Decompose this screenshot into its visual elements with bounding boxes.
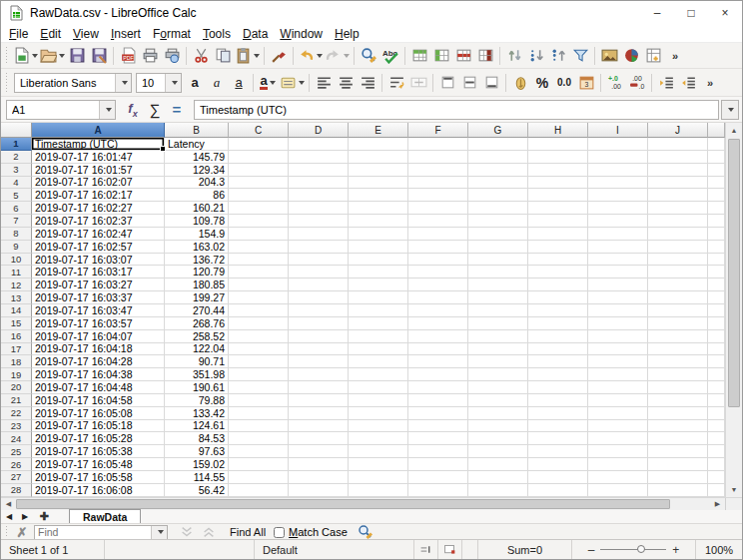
row-header-17[interactable]: 17 — [1, 343, 32, 356]
cell-D8[interactable] — [289, 228, 349, 241]
cell-A4[interactable]: 2019-07-17 16:02:07 — [32, 177, 165, 190]
name-box-dropdown-icon[interactable] — [99, 101, 115, 119]
cell-E27[interactable] — [349, 471, 408, 484]
close-icon[interactable]: × — [708, 1, 742, 25]
add-sheet-icon[interactable]: ✚ — [33, 510, 55, 523]
cell-G16[interactable] — [468, 330, 528, 343]
cell-F12[interactable] — [408, 279, 468, 291]
match-case-checkbox[interactable] — [274, 527, 285, 538]
cell-H13[interactable] — [528, 291, 588, 304]
find-and-replace-icon[interactable] — [358, 524, 373, 540]
cell-F4[interactable] — [408, 177, 468, 190]
cell-E16[interactable] — [349, 330, 408, 343]
cell-G13[interactable] — [468, 291, 528, 304]
insert-column-icon[interactable] — [430, 45, 452, 67]
cell-D15[interactable] — [289, 317, 349, 330]
cell-H7[interactable] — [528, 215, 588, 228]
row-header-22[interactable]: 22 — [1, 407, 32, 420]
cell-D5[interactable] — [289, 189, 349, 202]
cell-A9[interactable]: 2019-07-17 16:02:57 — [32, 241, 165, 254]
menu-help[interactable]: Help — [329, 26, 366, 42]
cell-A17[interactable]: 2019-07-17 16:04:18 — [32, 343, 165, 356]
cell-J9[interactable] — [648, 241, 708, 254]
cell-E1[interactable] — [349, 138, 408, 151]
cell-E11[interactable] — [349, 266, 408, 279]
next-sheet-icon[interactable]: ▶ — [17, 510, 33, 523]
cell-J19[interactable] — [648, 368, 708, 381]
menu-edit[interactable]: Edit — [34, 26, 67, 42]
select-all-corner[interactable] — [1, 123, 32, 138]
save-as-icon[interactable] — [88, 45, 110, 67]
align-top-icon[interactable] — [436, 72, 458, 94]
cell-B2[interactable]: 145.79 — [165, 151, 229, 164]
cell-A3[interactable]: 2019-07-17 16:01:57 — [32, 164, 165, 177]
menu-tools[interactable]: Tools — [197, 26, 237, 42]
row-header-16[interactable]: 16 — [1, 330, 32, 343]
row-header-8[interactable]: 8 — [1, 228, 32, 241]
zoom-slider-thumb[interactable] — [637, 545, 645, 553]
cell-G6[interactable] — [468, 202, 528, 215]
cell-G26[interactable] — [468, 458, 528, 471]
row-header-5[interactable]: 5 — [1, 189, 32, 202]
cell-G9[interactable] — [468, 241, 528, 254]
cell-D11[interactable] — [289, 266, 349, 279]
cell-H3[interactable] — [528, 164, 588, 177]
clone-formatting-icon[interactable] — [268, 45, 290, 67]
cell-C7[interactable] — [229, 215, 289, 228]
menu-insert[interactable]: Insert — [105, 26, 147, 42]
cell-F16[interactable] — [408, 330, 468, 343]
cell-I9[interactable] — [588, 241, 648, 254]
horizontal-scroll-thumb[interactable] — [16, 499, 670, 509]
find-input-combo[interactable] — [34, 525, 168, 540]
overflow-icon[interactable]: » — [699, 72, 721, 94]
cell-A24[interactable]: 2019-07-17 16:05:28 — [32, 432, 165, 445]
cell-B19[interactable]: 351.98 — [165, 368, 229, 381]
wrap-text-icon[interactable] — [385, 72, 407, 94]
vertical-scrollbar[interactable]: ▲ ▼ — [725, 123, 742, 497]
print-preview-icon[interactable] — [161, 45, 183, 67]
cell-A8[interactable]: 2019-07-17 16:02:47 — [32, 228, 165, 241]
first-sheet-icon[interactable]: ◀ — [1, 510, 17, 523]
menu-file[interactable]: File — [3, 26, 34, 42]
cell-A28[interactable]: 2019-07-17 16:06:08 — [32, 484, 165, 497]
cell-H26[interactable] — [528, 458, 588, 471]
cell-G5[interactable] — [468, 189, 528, 202]
cell-H9[interactable] — [528, 241, 588, 254]
column-header-h[interactable]: H — [528, 123, 588, 138]
cell-H27[interactable] — [528, 471, 588, 484]
cell-A27[interactable]: 2019-07-17 16:05:58 — [32, 471, 165, 484]
cell-I26[interactable] — [588, 458, 648, 471]
cell-H11[interactable] — [528, 266, 588, 279]
row-header-11[interactable]: 11 — [1, 266, 32, 279]
row-header-24[interactable]: 24 — [1, 432, 32, 445]
find-next-icon[interactable] — [176, 525, 198, 540]
cell-C1[interactable] — [229, 138, 289, 151]
cell-D28[interactable] — [289, 484, 349, 497]
cell-G1[interactable] — [468, 138, 528, 151]
cell-H24[interactable] — [528, 432, 588, 445]
cell-D13[interactable] — [289, 291, 349, 304]
insert-image-icon[interactable] — [598, 45, 620, 67]
cell-F23[interactable] — [408, 420, 468, 433]
cell-B27[interactable]: 114.55 — [165, 471, 229, 484]
cell-G3[interactable] — [468, 164, 528, 177]
cell-F5[interactable] — [408, 189, 468, 202]
row-header-15[interactable]: 15 — [1, 317, 32, 330]
cell-C25[interactable] — [229, 445, 289, 458]
cell-I11[interactable] — [588, 266, 648, 279]
row-header-25[interactable]: 25 — [1, 445, 32, 458]
column-header-c[interactable]: C — [229, 123, 289, 138]
cell-G11[interactable] — [468, 266, 528, 279]
cell-E22[interactable] — [349, 407, 408, 420]
cell-D4[interactable] — [289, 177, 349, 190]
cell-D21[interactable] — [289, 394, 349, 407]
zoom-out-icon[interactable]: – — [588, 543, 595, 557]
row-header-20[interactable]: 20 — [1, 381, 32, 394]
selection-mode-icon[interactable] — [438, 540, 462, 559]
zoom-in-icon[interactable]: + — [672, 543, 679, 557]
align-right-icon[interactable] — [357, 72, 378, 94]
cell-J16[interactable] — [648, 330, 708, 343]
cell-C6[interactable] — [229, 202, 289, 215]
cell-F19[interactable] — [408, 368, 468, 381]
row-header-1[interactable]: 1 — [1, 138, 32, 151]
